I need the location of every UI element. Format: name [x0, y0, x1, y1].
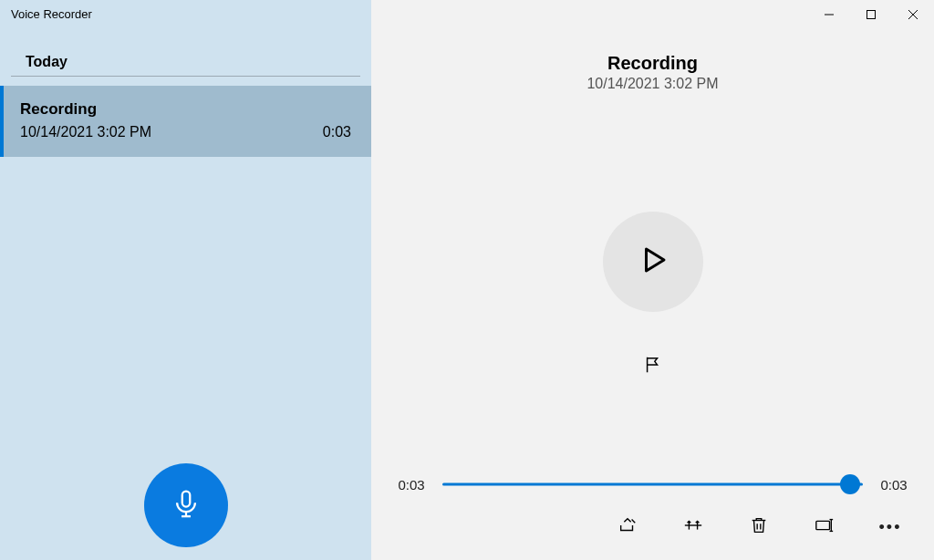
minimize-icon: [824, 7, 835, 24]
recording-item-meta: 10/14/2021 3:02 PM 0:03: [20, 124, 351, 140]
svg-marker-7: [646, 249, 664, 271]
recording-list-item[interactable]: Recording 10/14/2021 3:02 PM 0:03: [0, 86, 371, 157]
recording-item-duration: 0:03: [323, 124, 351, 140]
slider-thumb[interactable]: [840, 474, 860, 494]
app-root: Voice Recorder Today Recording 10/14/202…: [0, 0, 934, 560]
time-current: 0:03: [393, 477, 430, 493]
slider-track: [442, 483, 863, 486]
rename-icon: [815, 515, 835, 539]
more-icon: •••: [879, 519, 902, 535]
recording-item-title: Recording: [20, 100, 351, 119]
app-title: Voice Recorder: [0, 0, 371, 26]
microphone-icon: [171, 488, 202, 523]
time-total: 0:03: [876, 477, 912, 493]
flag-icon: [643, 355, 663, 379]
bottom-toolbar: •••: [371, 494, 934, 560]
share-button[interactable]: [609, 511, 646, 544]
svg-rect-4: [867, 11, 876, 19]
play-area: [371, 92, 934, 449]
close-icon: [908, 7, 918, 24]
svg-rect-0: [182, 492, 190, 507]
trash-icon: [749, 515, 769, 539]
main-pane: Recording 10/14/2021 3:02 PM: [371, 0, 934, 560]
more-button[interactable]: •••: [872, 511, 908, 544]
maximize-icon: [866, 7, 877, 24]
window-maximize-button[interactable]: [850, 4, 892, 27]
play-icon: [637, 244, 669, 280]
playback-slider[interactable]: [442, 474, 863, 494]
rename-button[interactable]: [806, 511, 843, 544]
record-button[interactable]: [144, 463, 228, 547]
share-icon: [617, 515, 638, 539]
recording-header: Recording 10/14/2021 3:02 PM: [371, 53, 934, 92]
recordings-list: Recording 10/14/2021 3:02 PM 0:03: [0, 86, 371, 157]
play-button[interactable]: [603, 212, 703, 312]
window-minimize-button[interactable]: [808, 4, 850, 27]
section-header-today: Today: [11, 26, 360, 77]
window-close-button[interactable]: [892, 4, 934, 27]
timeline-row: 0:03 0:03: [371, 474, 934, 494]
recording-item-date: 10/14/2021 3:02 PM: [20, 124, 151, 140]
sidebar: Voice Recorder Today Recording 10/14/202…: [0, 0, 371, 560]
add-marker-button[interactable]: [635, 348, 671, 385]
trim-button[interactable]: [675, 511, 711, 544]
recording-title: Recording: [371, 53, 934, 74]
trim-icon: [683, 515, 703, 539]
svg-rect-14: [816, 521, 830, 529]
recording-date: 10/14/2021 3:02 PM: [371, 76, 934, 92]
titlebar: [371, 0, 934, 27]
delete-button[interactable]: [741, 511, 777, 544]
